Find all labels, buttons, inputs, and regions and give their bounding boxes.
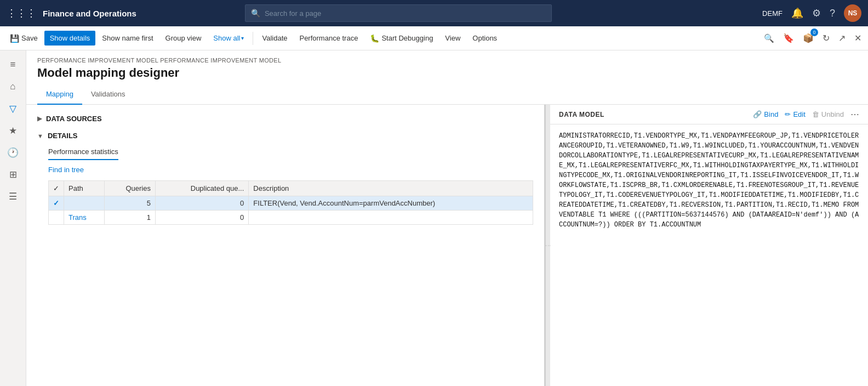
chevron-down-icon: ▾ — [241, 35, 244, 41]
col-duplicated: Duplicated que... — [155, 181, 248, 196]
search-input[interactable] — [265, 9, 546, 18]
open-icon[interactable]: ↗ — [836, 31, 848, 46]
environment-label: DEMF — [762, 9, 783, 18]
sidebar-grid-icon[interactable]: ⊞ — [3, 164, 23, 184]
col-queries: Queries — [104, 181, 155, 196]
queries-cell: 5 — [104, 196, 155, 211]
col-check: ✓ — [49, 181, 64, 196]
collapse-arrow-icon: ▼ — [37, 133, 43, 139]
trash-icon: 🗑 — [812, 110, 819, 118]
description-cell — [249, 211, 533, 225]
options-button[interactable]: Options — [467, 31, 502, 46]
settings-icon[interactable]: ⚙ — [812, 7, 821, 19]
user-avatar[interactable]: NS — [844, 4, 861, 22]
save-button[interactable]: 💾 Save — [4, 31, 43, 46]
table-row[interactable]: Trans10 — [49, 211, 533, 225]
unbind-button[interactable]: 🗑 Unbind — [812, 110, 844, 118]
data-sources-label: DATA SOURCES — [46, 115, 102, 123]
check-cell: ✓ — [49, 196, 64, 211]
tab-mapping[interactable]: Mapping — [37, 86, 82, 105]
app-title: Finance and Operations — [43, 9, 136, 18]
main-layout: ≡ ⌂ ▽ ★ 🕐 ⊞ ☰ PERFORMANCE IMPROVEMENT MO… — [0, 50, 868, 386]
debug-icon: 🐛 — [370, 34, 379, 43]
more-options-icon[interactable]: ⋯ — [850, 109, 859, 120]
data-model-header: DATA MODEL 🔗 Bind ✏ Edit 🗑 Unbind — [550, 105, 868, 124]
performance-statistics-label: Performance statistics — [48, 143, 118, 160]
details-section-header[interactable]: ▼ DETAILS — [37, 128, 533, 143]
panel-divider[interactable]: ⋮ — [546, 105, 550, 386]
page-title: Model mapping designer — [37, 66, 857, 80]
top-nav-right: DEMF 🔔 ⚙ ? NS — [762, 4, 861, 22]
queries-cell: 1 — [104, 211, 155, 225]
validate-button[interactable]: Validate — [256, 31, 293, 46]
path-cell: Trans — [64, 211, 105, 225]
path-cell — [64, 196, 105, 211]
duplicated-cell: 0 — [155, 211, 248, 225]
tab-validations[interactable]: Validations — [82, 86, 134, 105]
link-icon: 🔗 — [753, 110, 762, 118]
show-name-button[interactable]: Show name first — [96, 31, 158, 46]
close-icon[interactable]: ✕ — [852, 31, 864, 46]
details-section: ▼ DETAILS Performance statistics Find in… — [37, 128, 533, 225]
show-all-button[interactable]: Show all ▾ — [208, 31, 249, 46]
breadcrumb: PERFORMANCE IMPROVEMENT MODEL PERFORMANC… — [37, 57, 857, 64]
command-bar: 💾 Save Show details Show name first Grou… — [0, 26, 868, 50]
right-panel: DATA MODEL 🔗 Bind ✏ Edit 🗑 Unbind — [550, 105, 868, 386]
view-button[interactable]: View — [439, 31, 466, 46]
separator-1 — [253, 32, 253, 45]
table-row[interactable]: ✓50FILTER(Vend, Vend.AccountNum=parmVend… — [49, 196, 533, 211]
sql-content-area: ADMINISTRATORRECID,T1.VENDORTYPE_MX,T1.V… — [550, 124, 868, 386]
notifications-icon[interactable]: 🔔 — [791, 7, 803, 19]
expand-arrow-icon: ▶ — [37, 115, 42, 122]
bookmark-icon[interactable]: 🔖 — [781, 31, 796, 46]
search-bar[interactable]: 🔍 — [245, 4, 552, 22]
sidebar-list-icon[interactable]: ☰ — [3, 186, 23, 206]
path-link[interactable]: Trans — [68, 213, 87, 222]
data-sources-section[interactable]: ▶ DATA SOURCES — [37, 111, 533, 126]
edit-button[interactable]: ✏ Edit — [785, 110, 805, 118]
extension-icon[interactable]: 📦 0 — [801, 31, 816, 46]
col-path: Path — [64, 181, 105, 196]
sidebar-star-icon[interactable]: ★ — [3, 121, 23, 140]
edit-icon: ✏ — [785, 110, 791, 118]
start-debugging-button[interactable]: 🐛 Start Debugging — [364, 31, 438, 46]
data-model-actions: 🔗 Bind ✏ Edit 🗑 Unbind ⋯ — [753, 109, 859, 120]
details-label: DETAILS — [48, 132, 78, 140]
bind-button[interactable]: 🔗 Bind — [753, 110, 778, 118]
save-icon: 💾 — [10, 34, 19, 43]
sql-text: ADMINISTRATORRECID,T1.VENDORTYPE_MX,T1.V… — [550, 124, 868, 386]
group-view-button[interactable]: Group view — [160, 31, 207, 46]
sidebar-filter-icon[interactable]: ▽ — [3, 99, 23, 118]
sidebar-home-icon[interactable]: ⌂ — [3, 77, 23, 96]
main-content: PERFORMANCE IMPROVEMENT MODEL PERFORMANC… — [26, 50, 868, 386]
help-icon[interactable]: ? — [830, 8, 835, 19]
page-header: PERFORMANCE IMPROVEMENT MODEL PERFORMANC… — [26, 50, 868, 105]
refresh-icon[interactable]: ↻ — [820, 31, 832, 46]
sidebar-clock-icon[interactable]: 🕐 — [3, 143, 23, 162]
duplicated-cell: 0 — [155, 196, 248, 211]
find-in-tree-link[interactable]: Find in tree — [48, 166, 533, 174]
check-cell — [49, 211, 64, 225]
performance-table: ✓ Path Queries Duplicated que... Descrip… — [48, 180, 533, 225]
performance-trace-button[interactable]: Performance trace — [294, 31, 363, 46]
left-panel: ▶ DATA SOURCES ▼ DETAILS Performance sta… — [26, 105, 546, 386]
content-area: ▶ DATA SOURCES ▼ DETAILS Performance sta… — [26, 105, 868, 386]
search-icon-cmd[interactable]: 🔍 — [762, 31, 776, 46]
tabs: Mapping Validations — [37, 86, 857, 104]
sidebar: ≡ ⌂ ▽ ★ 🕐 ⊞ ☰ — [0, 50, 26, 386]
search-icon: 🔍 — [251, 9, 260, 18]
sidebar-menu-icon[interactable]: ≡ — [3, 55, 23, 75]
data-model-title: DATA MODEL — [559, 111, 604, 118]
right-cmd-icons: 🔍 🔖 📦 0 ↻ ↗ ✕ — [762, 31, 864, 46]
description-cell: FILTER(Vend, Vend.AccountNum=parmVendAcc… — [249, 196, 533, 211]
apps-icon[interactable]: ⋮⋮⋮ — [7, 7, 36, 19]
show-details-button[interactable]: Show details — [44, 31, 96, 46]
top-navbar: ⋮⋮⋮ Finance and Operations 🔍 DEMF 🔔 ⚙ ? … — [0, 0, 868, 26]
col-description: Description — [249, 181, 533, 196]
